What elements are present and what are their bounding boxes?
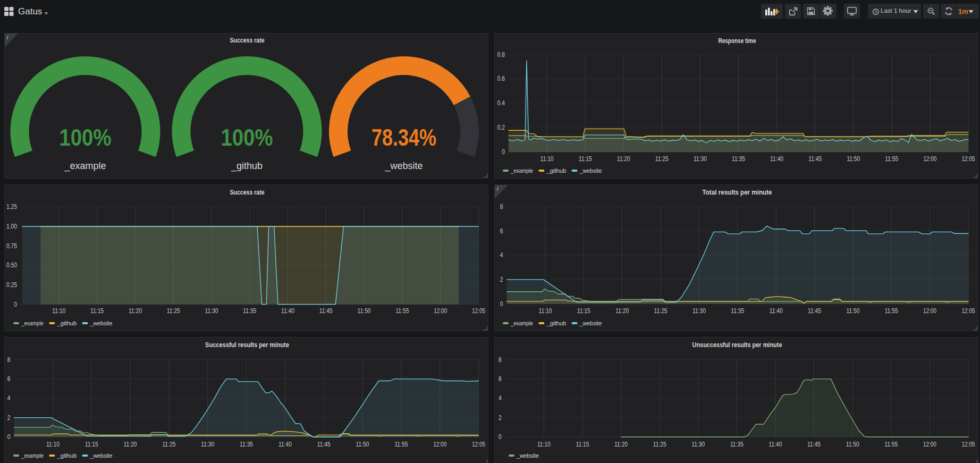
svg-text:11:25: 11:25 [162,441,175,448]
svg-text:0.2: 0.2 [497,124,505,131]
svg-text:0: 0 [500,300,503,308]
svg-text:11:35: 11:35 [240,441,253,448]
svg-text:11:15: 11:15 [90,307,104,315]
svg-text:8: 8 [500,203,503,211]
svg-text:_example: _example [510,320,533,326]
svg-text:12:00: 12:00 [434,307,447,315]
svg-text:Successful results per minute: Successful results per minute [205,341,289,349]
svg-text:1.25: 1.25 [6,203,17,211]
svg-text:0.25: 0.25 [6,281,17,289]
svg-text:11:55: 11:55 [394,441,408,448]
svg-text:11:35: 11:35 [731,307,744,315]
svg-text:11:45: 11:45 [317,441,331,448]
svg-text:0.75: 0.75 [6,242,17,250]
svg-text:Success rate: Success rate [230,36,265,44]
svg-text:12:00: 12:00 [923,441,936,448]
svg-text:_example: _example [21,452,44,459]
svg-text:100%: 100% [221,124,273,151]
svg-text:6: 6 [500,228,503,235]
svg-text:12:05: 12:05 [472,441,485,448]
svg-text:11:35: 11:35 [730,441,744,448]
svg-text:_website: _website [90,452,113,459]
svg-text:11:40: 11:40 [770,155,783,163]
svg-text:12:00: 12:00 [923,307,936,315]
svg-text:_example: _example [64,161,106,172]
svg-text:100%: 100% [60,124,112,151]
svg-text:0: 0 [502,148,505,156]
svg-text:12:00: 12:00 [433,441,446,448]
svg-text:_website: _website [579,320,602,326]
svg-text:11:55: 11:55 [885,155,898,163]
svg-text:11:20: 11:20 [614,441,628,448]
svg-text:11:25: 11:25 [655,155,669,163]
svg-text:_website: _website [90,320,113,326]
svg-text:11:50: 11:50 [846,441,859,448]
svg-text:2: 2 [7,414,11,422]
svg-text:_github: _github [231,161,263,172]
svg-text:11:30: 11:30 [691,441,705,448]
svg-text:11:30: 11:30 [692,307,706,315]
svg-text:11:55: 11:55 [395,307,409,315]
svg-text:0: 0 [7,433,11,441]
svg-text:12:05: 12:05 [472,307,485,315]
svg-text:0.4: 0.4 [497,99,505,107]
svg-text:_website: _website [579,167,602,174]
svg-text:11:40: 11:40 [281,307,294,315]
svg-text:11:15: 11:15 [576,441,589,448]
svg-text:11:50: 11:50 [356,441,369,448]
svg-text:6: 6 [499,375,502,383]
svg-text:Unsuccessful results per minut: Unsuccessful results per minute [692,341,782,349]
svg-text:11:10: 11:10 [52,307,65,315]
svg-text:11:15: 11:15 [85,441,98,448]
svg-text:11:20: 11:20 [615,307,629,315]
svg-text:4: 4 [500,251,503,259]
svg-text:1.00: 1.00 [6,223,17,230]
svg-text:11:45: 11:45 [807,441,821,448]
svg-text:8: 8 [499,356,502,364]
svg-text:11:40: 11:40 [278,441,292,448]
svg-text:11:30: 11:30 [205,307,218,315]
svg-text:11:40: 11:40 [769,441,782,448]
svg-text:12:05: 12:05 [962,441,975,448]
svg-text:11:30: 11:30 [694,155,707,163]
svg-text:11:20: 11:20 [124,441,137,448]
svg-text:11:15: 11:15 [577,307,590,315]
svg-text:11:55: 11:55 [885,307,898,315]
svg-text:2: 2 [500,276,503,283]
svg-text:11:10: 11:10 [46,441,60,448]
svg-text:11:50: 11:50 [358,307,371,315]
svg-text:12:05: 12:05 [962,307,975,315]
svg-text:11:30: 11:30 [201,441,214,448]
svg-text:11:55: 11:55 [884,441,898,448]
svg-text:_github: _github [56,320,77,326]
svg-text:11:45: 11:45 [319,307,333,315]
svg-text:11:40: 11:40 [770,307,783,315]
svg-text:12:05: 12:05 [962,155,975,163]
svg-text:78.34%: 78.34% [371,124,436,151]
svg-text:11:25: 11:25 [654,307,668,315]
svg-text:_github: _github [546,167,566,174]
svg-text:Total results per minute: Total results per minute [703,188,772,196]
svg-text:4: 4 [7,394,11,402]
svg-text:11:45: 11:45 [808,155,822,163]
svg-text:_website: _website [516,452,539,459]
svg-text:11:50: 11:50 [847,155,860,163]
svg-text:11:10: 11:10 [537,441,551,448]
svg-text:11:35: 11:35 [243,307,256,315]
svg-text:11:10: 11:10 [539,307,552,315]
svg-text:0.8: 0.8 [497,51,505,58]
svg-text:_example: _example [21,320,44,326]
svg-text:6: 6 [7,375,11,383]
svg-text:0.50: 0.50 [6,262,17,269]
svg-text:_github: _github [56,452,77,459]
svg-text:0: 0 [499,433,502,441]
svg-text:2: 2 [499,414,502,422]
svg-text:11:20: 11:20 [129,307,142,315]
svg-text:8: 8 [7,356,11,364]
svg-text:4: 4 [499,394,502,402]
svg-text:_website: _website [384,161,423,172]
svg-text:11:15: 11:15 [579,155,592,163]
svg-text:11:50: 11:50 [846,307,859,315]
svg-text:11:35: 11:35 [732,155,745,163]
svg-text:11:25: 11:25 [167,307,180,315]
